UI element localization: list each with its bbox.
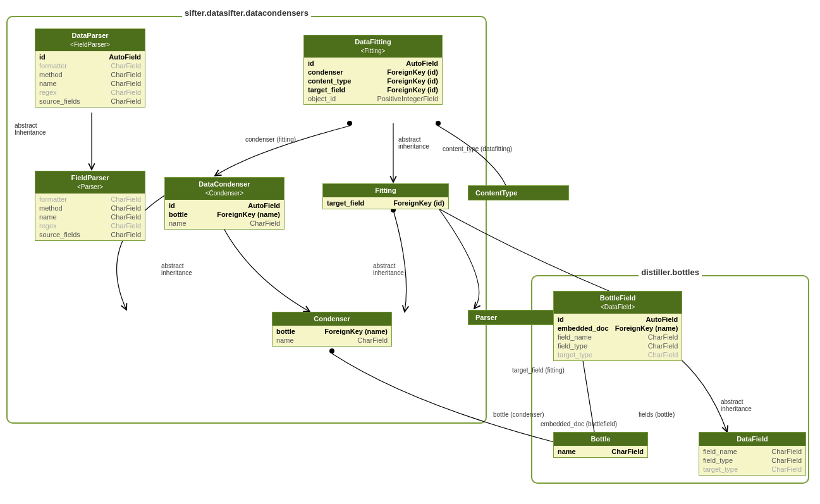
entity-datacondenser-stereotype: <Condenser> <box>169 189 280 198</box>
label-embedded-doc: embedded_doc (bottlefield) <box>541 421 617 427</box>
entity-bottle-header: Bottle <box>554 433 647 446</box>
entity-dataparser-name: DataParser <box>39 31 141 40</box>
entity-datafield: DataField field_name CharField field_typ… <box>699 432 806 476</box>
entity-fieldparser-header: FieldParser <Parser> <box>35 171 145 194</box>
label-abstract-inheritance-2: abstractinheritance <box>398 136 429 150</box>
entity-datafitting-row-id: id AutoField <box>304 59 442 68</box>
entity-dataparser-row-method: method CharField <box>35 70 145 79</box>
entity-fieldparser-row-method: method CharField <box>35 204 145 212</box>
entity-bottle-body: name CharField <box>554 446 647 457</box>
entity-datafield-header: DataField <box>699 433 805 446</box>
entity-dataparser-header: DataParser <FieldParser> <box>35 29 145 51</box>
entity-dataparser-row-formatter: formatter CharField <box>35 61 145 70</box>
entity-fitting: Fitting target_field ForeignKey (id) <box>322 183 449 209</box>
entity-datafield-name: DataField <box>703 434 802 444</box>
entity-condenser-row-name: name CharField <box>272 336 391 345</box>
entity-contenttype: ContentType <box>468 185 569 200</box>
entity-bottlefield-row-embedded: embedded_doc ForeignKey (name) <box>554 324 682 333</box>
entity-bottle-row-name: name CharField <box>554 447 647 456</box>
entity-fieldparser-row-source: source_fields CharField <box>35 230 145 239</box>
entity-datafitting-row-target: target_field ForeignKey (id) <box>304 85 442 94</box>
entity-datafitting-row-condenser: condenser ForeignKey (id) <box>304 68 442 77</box>
entity-dataparser-row-source: source_fields CharField <box>35 97 145 106</box>
entity-fitting-body: target_field ForeignKey (id) <box>323 197 448 209</box>
label-content-type: content_type (datafitting) <box>443 145 512 152</box>
entity-fieldparser-stereotype: <Parser> <box>39 183 141 192</box>
entity-fieldparser-name: FieldParser <box>39 173 141 183</box>
entity-datafitting-body: id AutoField condenser ForeignKey (id) c… <box>304 58 442 104</box>
entity-fieldparser-body: formatter CharField method CharField nam… <box>35 194 145 240</box>
diagram-canvas: sifter.datasifter.datacondensers distill… <box>0 0 820 504</box>
label-bottle-condenser: bottle (condenser) <box>493 411 544 418</box>
entity-fieldparser-row-regex: regex CharField <box>35 221 145 230</box>
label-abstract-inheritance-5: abstractinheritance <box>721 398 752 412</box>
entity-bottlefield-row-id: id AutoField <box>554 315 682 324</box>
entity-condenser: Condenser bottle ForeignKey (name) name … <box>272 312 392 347</box>
entity-datafitting-header: DataFitting <Fitting> <box>304 35 442 58</box>
entity-contenttype-label: ContentType <box>468 186 568 200</box>
entity-condenser-row-bottle: bottle ForeignKey (name) <box>272 327 391 336</box>
label-condenser-fitting: condenser (fitting) <box>245 136 296 143</box>
entity-datafield-row-fieldtype: field_type CharField <box>699 456 805 465</box>
entity-fieldparser: FieldParser <Parser> formatter CharField… <box>35 171 145 241</box>
entity-bottlefield-row-fieldtype: field_type CharField <box>554 341 682 350</box>
entity-dataparser-stereotype: <FieldParser> <box>39 40 141 49</box>
entity-fitting-header: Fitting <box>323 184 448 197</box>
entity-datafield-row-fieldname: field_name CharField <box>699 447 805 456</box>
entity-bottlefield: BottleField <DataField> id AutoField emb… <box>553 291 682 361</box>
label-abstract-inheritance-1: abstractInheritance <box>15 122 46 136</box>
entity-bottle-name: Bottle <box>558 434 644 444</box>
label-abstract-inheritance-3: abstractinheritance <box>161 262 192 276</box>
entity-datacondenser-name: DataCondenser <box>169 180 280 189</box>
entity-datacondenser-body: id AutoField bottle ForeignKey (name) na… <box>165 200 284 229</box>
entity-datacondenser-row-name: name CharField <box>165 219 284 228</box>
label-target-field: target_field (fitting) <box>512 367 565 374</box>
entity-datacondenser-row-bottle: bottle ForeignKey (name) <box>165 210 284 219</box>
entity-datafitting-row-content: content_type ForeignKey (id) <box>304 77 442 85</box>
entity-fitting-row-target: target_field ForeignKey (id) <box>323 199 448 207</box>
entity-bottlefield-header: BottleField <DataField> <box>554 292 682 314</box>
entity-dataparser: DataParser <FieldParser> id AutoField fo… <box>35 28 145 108</box>
group-datacondensers-label: sifter.datasifter.datacondensers <box>182 8 311 18</box>
entity-bottlefield-stereotype: <DataField> <box>558 303 678 312</box>
entity-dataparser-row-name: name CharField <box>35 79 145 88</box>
entity-datacondenser-header: DataCondenser <Condenser> <box>165 178 284 200</box>
group-bottles-label: distiller.bottles <box>639 267 702 277</box>
entity-fitting-name: Fitting <box>327 186 444 195</box>
label-abstract-inheritance-4: abstractinheritance <box>373 262 404 276</box>
entity-bottlefield-row-fieldname: field_name CharField <box>554 333 682 341</box>
entity-datacondenser-row-id: id AutoField <box>165 201 284 210</box>
entity-bottlefield-name: BottleField <box>558 293 678 303</box>
entity-datafield-row-targettype: target_type CharField <box>699 465 805 474</box>
entity-datafield-body: field_name CharField field_type CharFiel… <box>699 446 805 475</box>
entity-condenser-body: bottle ForeignKey (name) name CharField <box>272 326 391 346</box>
entity-datafitting-row-object: object_id PositiveIntegerField <box>304 94 442 103</box>
entity-datafitting: DataFitting <Fitting> id AutoField conde… <box>303 35 443 105</box>
entity-fieldparser-row-name: name CharField <box>35 212 145 221</box>
entity-dataparser-body: id AutoField formatter CharField method … <box>35 51 145 107</box>
entity-fieldparser-row-formatter: formatter CharField <box>35 195 145 204</box>
entity-bottle: Bottle name CharField <box>553 432 648 458</box>
entity-datacondenser: DataCondenser <Condenser> id AutoField b… <box>164 177 285 230</box>
entity-dataparser-row-id: id AutoField <box>35 52 145 61</box>
entity-datafitting-name: DataFitting <box>308 37 438 47</box>
entity-bottlefield-body: id AutoField embedded_doc ForeignKey (na… <box>554 314 682 360</box>
entity-condenser-name: Condenser <box>276 314 388 324</box>
entity-condenser-header: Condenser <box>272 312 391 326</box>
entity-dataparser-row-regex: regex CharField <box>35 88 145 97</box>
label-fields-bottle: fields (bottle) <box>639 411 675 418</box>
entity-bottlefield-row-targettype: target_type CharField <box>554 350 682 359</box>
entity-datafitting-stereotype: <Fitting> <box>308 47 438 56</box>
